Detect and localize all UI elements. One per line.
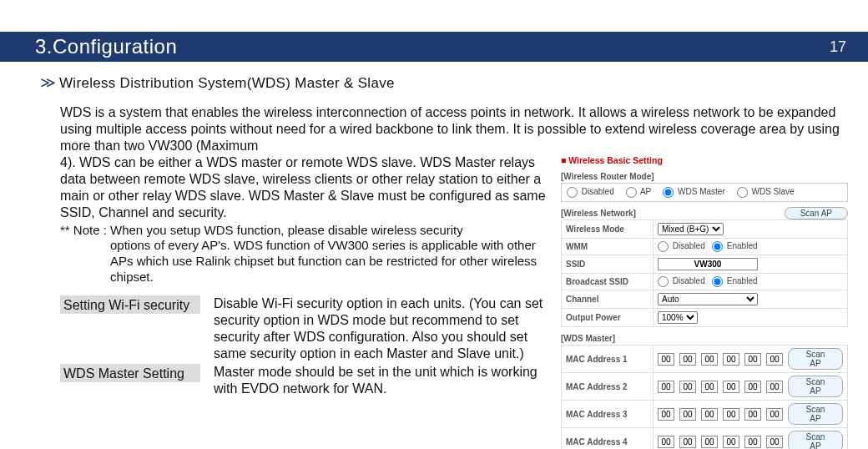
- scan-ap-mac3[interactable]: Scan AP: [788, 403, 843, 425]
- mac3-oct[interactable]: [744, 408, 761, 421]
- bssid-disabled[interactable]: Disabled: [658, 276, 705, 285]
- row-mac-4: MAC Address 4 Scan AP: [562, 428, 848, 450]
- router-panel-title: ■ Wireless Basic Setting: [561, 155, 848, 165]
- wmm-disabled[interactable]: Disabled: [658, 241, 705, 250]
- chevrons-icon: ≫: [40, 73, 53, 93]
- router-mode-row: Disabled AP WDS Master WDS Slave: [562, 184, 847, 201]
- scan-ap-mac1[interactable]: Scan AP: [788, 348, 843, 370]
- row-wireless-mode: Wireless Mode Mixed (B+G): [562, 220, 848, 239]
- wds-master-caption: [WDS Master]: [561, 334, 848, 343]
- intro-paragraph-top: WDS is a system that enables the wireles…: [60, 104, 840, 154]
- wireless-network-table: Wireless Mode Mixed (B+G) WMM Disabled E…: [561, 219, 848, 327]
- page-number: 17: [830, 38, 846, 56]
- row-ssid: SSID: [562, 255, 848, 274]
- output-power-select[interactable]: 100%: [658, 311, 698, 324]
- row-mac-3: MAC Address 3 Scan AP: [562, 401, 848, 428]
- router-mode-ap[interactable]: AP: [626, 187, 652, 198]
- def-row-wds-master: WDS Master Setting Master mode should be…: [60, 364, 553, 397]
- page-header: 3.Configuration 17: [0, 32, 868, 62]
- section-heading: ≫ Wireless Distribution System(WDS) Mast…: [40, 73, 840, 93]
- mac3-oct[interactable]: [679, 408, 696, 421]
- def-text-wifi-security: Disable Wi-Fi security option in each un…: [214, 295, 548, 362]
- mac4-oct[interactable]: [766, 436, 783, 448]
- square-bullet-icon: ■: [561, 155, 566, 165]
- row-mac-2: MAC Address 2 Scan AP: [562, 373, 848, 401]
- mac1-oct[interactable]: [766, 353, 783, 366]
- bssid-enabled[interactable]: Enabled: [712, 276, 757, 285]
- mac3-oct[interactable]: [766, 408, 783, 421]
- mac2-oct[interactable]: [658, 381, 674, 393]
- mac2-oct[interactable]: [744, 381, 761, 393]
- wireless-network-caption: [Wireless Network]: [561, 209, 636, 218]
- mac2-oct[interactable]: [723, 381, 739, 393]
- router-mode-disabled[interactable]: Disabled: [567, 187, 614, 198]
- def-text-wds-master: Master mode should be set in the unit wh…: [214, 364, 553, 397]
- wmm-enabled[interactable]: Enabled: [712, 241, 757, 250]
- def-label-wds-master: WDS Master Setting: [60, 364, 200, 382]
- mac4-oct[interactable]: [679, 436, 696, 448]
- mac2-oct[interactable]: [679, 381, 696, 393]
- mac2-oct[interactable]: [766, 381, 783, 393]
- mac1-oct[interactable]: [723, 353, 739, 366]
- wds-master-table: MAC Address 1 Scan AP MAC Address 2 Scan…: [561, 345, 848, 449]
- row-broadcast-ssid: Broadcast SSID Disabled Enabled: [562, 274, 848, 290]
- mac4-oct[interactable]: [658, 436, 674, 448]
- section-title: Wireless Distribution System(WDS) Master…: [59, 74, 395, 92]
- mac1-oct[interactable]: [679, 353, 696, 366]
- mac3-oct[interactable]: [723, 408, 739, 421]
- row-channel: Channel Auto: [562, 290, 848, 309]
- scan-ap-button[interactable]: Scan AP: [785, 207, 848, 219]
- def-row-wifi-security: Setting Wi-Fi security Disable Wi-Fi sec…: [60, 295, 553, 362]
- mac4-oct[interactable]: [723, 436, 739, 448]
- mac4-oct[interactable]: [701, 436, 718, 448]
- row-mac-1: MAC Address 1 Scan AP: [562, 346, 848, 373]
- chapter-title: 3.Configuration: [35, 35, 177, 58]
- row-wmm: WMM Disabled Enabled: [562, 239, 848, 255]
- router-mode-wds-slave[interactable]: WDS Slave: [737, 187, 795, 198]
- mac1-oct[interactable]: [658, 353, 674, 366]
- intro-paragraph-left: 4). WDS can be either a WDS master or re…: [60, 154, 553, 221]
- scan-ap-mac2[interactable]: Scan AP: [788, 376, 843, 397]
- router-settings-screenshot: ■ Wireless Basic Setting [Wireless Route…: [561, 155, 848, 449]
- mac1-oct[interactable]: [701, 353, 718, 366]
- mac2-oct[interactable]: [701, 381, 718, 393]
- mac4-oct[interactable]: [744, 436, 761, 448]
- note-lead: ** Note : When you setup WDS function, p…: [60, 223, 463, 237]
- ssid-input[interactable]: [658, 258, 758, 270]
- def-label-wifi-security: Setting Wi-Fi security: [60, 295, 200, 314]
- wireless-mode-select[interactable]: Mixed (B+G): [658, 223, 724, 235]
- mac1-oct[interactable]: [744, 353, 761, 366]
- note-body: options of every AP's. WDS function of V…: [60, 238, 553, 285]
- mac3-oct[interactable]: [658, 408, 674, 421]
- router-mode-wds-master[interactable]: WDS Master: [663, 187, 724, 198]
- scan-ap-mac4[interactable]: Scan AP: [788, 431, 843, 449]
- row-output-power: Output Power 100%: [562, 309, 848, 327]
- channel-select[interactable]: Auto: [658, 293, 758, 305]
- note-block: ** Note : When you setup WDS function, p…: [60, 223, 553, 285]
- mac3-oct[interactable]: [701, 408, 718, 421]
- router-mode-caption: [Wireless Router Mode]: [561, 172, 848, 181]
